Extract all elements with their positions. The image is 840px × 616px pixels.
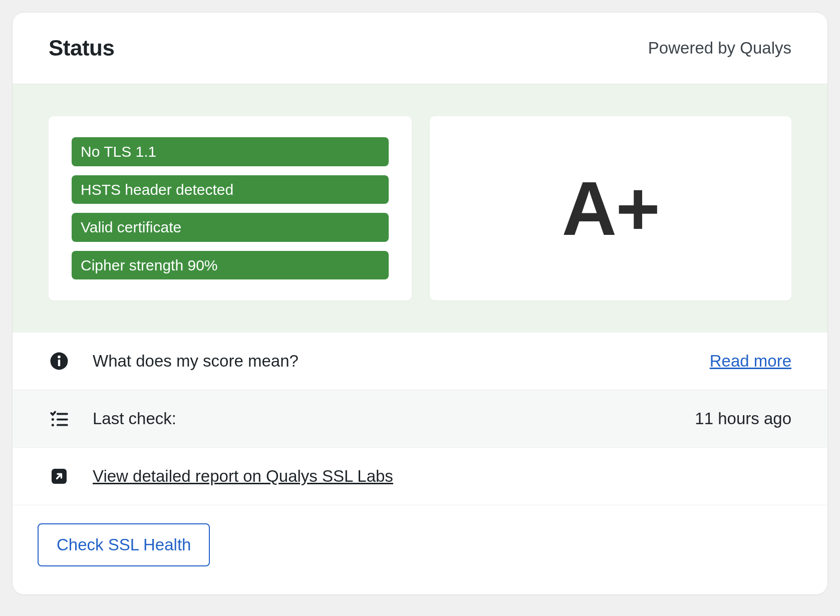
check-pill: Valid certificate	[72, 213, 389, 242]
svg-point-2	[58, 356, 61, 359]
check-ssl-health-button[interactable]: Check SSL Health	[38, 523, 210, 566]
last-check-label: Last check:	[93, 409, 695, 428]
card-footer: Check SSL Health	[13, 505, 827, 594]
svg-point-6	[52, 424, 54, 426]
last-check-value: 11 hours ago	[695, 409, 791, 428]
checks-panel: No TLS 1.1 HSTS header detected Valid ce…	[49, 116, 412, 300]
read-more-link[interactable]: Read more	[710, 352, 791, 371]
summary-band: No TLS 1.1 HSTS header detected Valid ce…	[13, 84, 827, 333]
powered-by-label: Powered by Qualys	[648, 39, 791, 58]
detailed-report-link[interactable]: View detailed report on Qualys SSL Labs	[93, 467, 791, 486]
check-pill: HSTS header detected	[72, 175, 389, 204]
check-pill: Cipher strength 90%	[72, 251, 389, 280]
svg-rect-1	[58, 360, 60, 366]
external-link-icon	[49, 466, 70, 487]
row-last-check: Last check: 11 hours ago	[13, 390, 827, 448]
checklist-icon	[49, 408, 70, 429]
grade-panel: A+	[430, 116, 791, 300]
row-detailed-report: View detailed report on Qualys SSL Labs	[13, 448, 827, 505]
info-icon	[49, 351, 70, 372]
ssl-grade: A+	[562, 165, 660, 252]
card-title: Status	[49, 36, 114, 61]
info-rows: What does my score mean? Read more Last …	[13, 333, 827, 505]
svg-point-4	[52, 418, 54, 421]
score-meaning-label: What does my score mean?	[93, 352, 710, 371]
ssl-status-card: Status Powered by Qualys No TLS 1.1 HSTS…	[12, 12, 828, 595]
check-pill: No TLS 1.1	[72, 137, 389, 166]
row-score-meaning: What does my score mean? Read more	[13, 333, 827, 390]
card-header: Status Powered by Qualys	[13, 13, 827, 84]
